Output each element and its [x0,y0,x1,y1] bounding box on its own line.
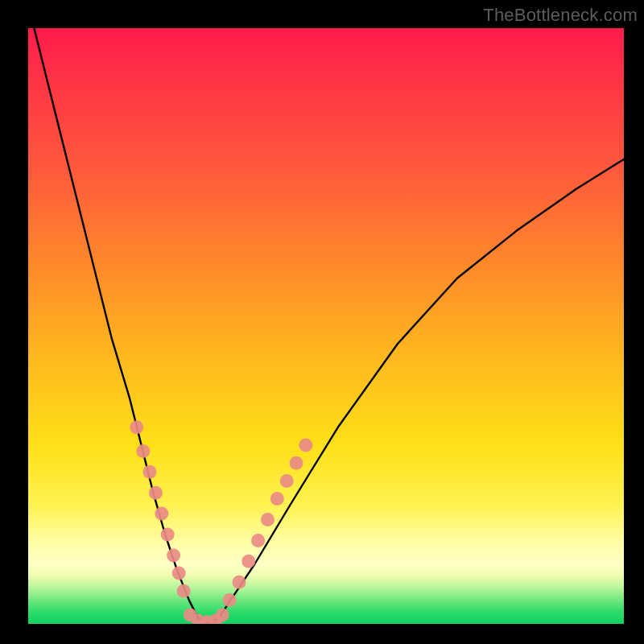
marker-dot [261,513,275,526]
marker-dot [299,439,312,452]
marker-dot [143,465,157,479]
highlight-dots [130,420,312,624]
marker-dot [290,456,303,470]
chart-frame: TheBottleneck.com [0,0,644,644]
marker-dot [242,555,255,568]
curve-svg [28,28,624,624]
marker-dot [155,507,168,521]
marker-dot [233,576,246,589]
marker-dot [177,584,191,598]
marker-dot [223,593,237,607]
marker-dot [167,548,180,562]
marker-dot [136,444,150,458]
marker-dot [161,528,175,542]
bottleneck-curve [34,28,624,624]
marker-dot [251,534,265,547]
marker-dot [270,492,284,506]
marker-dot [172,567,186,580]
marker-dot [130,420,143,434]
watermark-text: TheBottleneck.com [483,5,638,26]
marker-dot [280,474,294,488]
curve-line [34,28,624,624]
plot-area [28,28,624,624]
marker-dot [149,486,163,500]
marker-dot [216,608,229,621]
